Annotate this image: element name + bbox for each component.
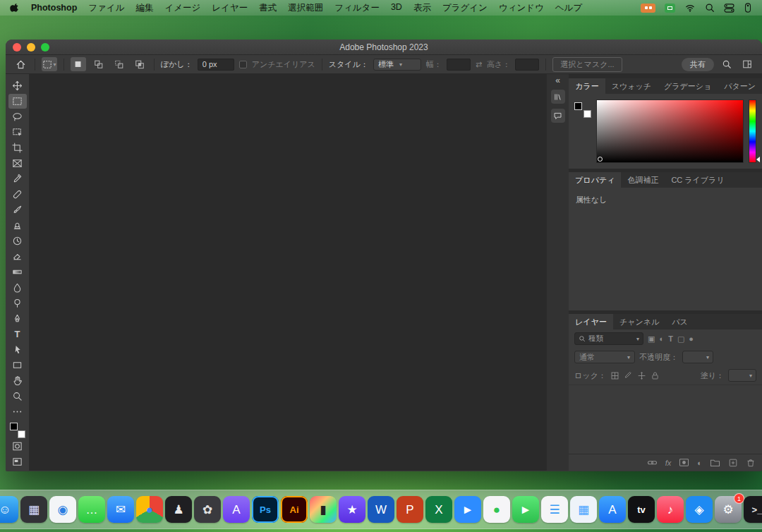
menu-item[interactable]: プラグイン xyxy=(442,2,488,14)
swap-dimensions-icon[interactable]: ⇄ xyxy=(476,60,482,69)
dock-item-word[interactable]: W xyxy=(368,496,394,523)
dock-item-system-settings[interactable]: ⚙1 xyxy=(715,496,742,523)
home-button[interactable] xyxy=(13,57,28,71)
dock-item-list-app[interactable]: ☰ xyxy=(541,496,568,523)
menu-item[interactable]: ウィンドウ xyxy=(499,2,544,14)
blend-mode-select[interactable]: 通常▾ xyxy=(574,351,635,363)
spotlight-icon[interactable] xyxy=(705,3,715,13)
panel-background-swatch[interactable] xyxy=(583,110,591,118)
path-selection-tool[interactable] xyxy=(8,342,27,357)
background-color-swatch[interactable] xyxy=(18,430,25,438)
spot-healing-brush-tool[interactable] xyxy=(8,187,27,202)
dock-item-developer-app-blue[interactable]: ◈ xyxy=(686,496,713,523)
quick-mask-button[interactable] xyxy=(8,439,27,454)
screen-mode-button[interactable] xyxy=(8,454,27,469)
dock-item-illustrator[interactable]: Ai xyxy=(281,496,308,523)
add-to-selection-button[interactable] xyxy=(91,57,107,71)
lock-all-icon[interactable] xyxy=(651,371,660,380)
search-icon[interactable] xyxy=(719,57,734,71)
tab-gradients[interactable]: グラデーショ xyxy=(658,78,718,94)
crop-tool[interactable] xyxy=(8,140,27,155)
wifi-icon[interactable] xyxy=(684,3,696,13)
dock-item-app-store[interactable]: A xyxy=(599,496,626,523)
share-button[interactable]: 共有 xyxy=(682,58,714,71)
menu-item[interactable]: イメージ xyxy=(164,2,200,14)
lock-pixels-icon[interactable] xyxy=(624,371,633,380)
new-group-icon[interactable] xyxy=(710,458,720,467)
adjustment-layer-filter-icon[interactable]: ◐ xyxy=(660,334,665,343)
rectangle-tool[interactable] xyxy=(8,358,27,373)
brush-tool[interactable] xyxy=(8,202,27,217)
color-picker-dot[interactable] xyxy=(598,157,603,162)
panel-color-swatches[interactable] xyxy=(574,102,591,118)
move-tool[interactable] xyxy=(8,78,27,93)
tab-cc-libraries[interactable]: CC ライブラリ xyxy=(665,172,730,188)
link-layers-icon[interactable] xyxy=(647,458,658,467)
delete-layer-icon[interactable] xyxy=(746,458,756,467)
widget-orange-icon[interactable] xyxy=(641,4,655,13)
dock-item-messages[interactable]: … xyxy=(78,496,105,523)
foreground-color-swatch[interactable] xyxy=(10,423,18,430)
dock-item-purple-a-app[interactable]: A xyxy=(223,496,250,523)
control-center-icon[interactable] xyxy=(724,4,734,13)
frame-tool[interactable] xyxy=(8,156,27,171)
select-and-mask-button[interactable]: 選択とマスク... xyxy=(552,57,622,72)
dock-item-final-cut-pro[interactable]: ▮ xyxy=(310,496,337,523)
height-input[interactable] xyxy=(515,59,539,71)
dock-item-excel[interactable]: X xyxy=(425,496,452,523)
dock-item-mail[interactable]: ✉ xyxy=(107,496,134,523)
dock-item-grid-app[interactable]: ▦ xyxy=(570,496,597,523)
smart-object-filter-icon[interactable]: ● xyxy=(689,334,694,343)
minimize-button[interactable] xyxy=(27,43,35,52)
dock-item-photoshop[interactable]: Ps xyxy=(252,496,279,523)
layer-list[interactable] xyxy=(569,385,762,454)
menu-item[interactable]: 3D xyxy=(391,2,402,14)
tab-paths[interactable]: パス xyxy=(665,314,694,330)
lock-transparency-icon[interactable] xyxy=(610,371,619,380)
saturation-brightness-field[interactable] xyxy=(596,99,744,163)
tab-color[interactable]: カラー xyxy=(569,78,605,94)
blur-tool[interactable] xyxy=(8,280,27,295)
dock-item-powerpoint[interactable]: P xyxy=(397,496,423,523)
pixel-layer-filter-icon[interactable]: ▣ xyxy=(648,334,655,344)
foreground-background-colors[interactable] xyxy=(10,423,25,438)
layer-style-icon[interactable]: fx xyxy=(665,459,672,467)
zoom-tool[interactable] xyxy=(8,389,27,404)
tab-channels[interactable]: チャンネル xyxy=(613,314,665,330)
menu-item[interactable]: 書式 xyxy=(259,2,277,14)
dock-item-apple-tv[interactable]: tv xyxy=(628,496,655,523)
menu-item[interactable]: ヘルプ xyxy=(555,2,582,14)
tab-properties[interactable]: プロパティ xyxy=(569,172,621,188)
panel-foreground-swatch[interactable] xyxy=(574,102,582,110)
style-select[interactable]: 標準▾ xyxy=(373,59,421,71)
dock-item-video-app-blue[interactable]: ► xyxy=(454,496,481,523)
subtract-from-selection-button[interactable] xyxy=(111,57,127,71)
collapse-panels-button[interactable]: « xyxy=(555,76,560,85)
history-brush-tool[interactable] xyxy=(8,234,27,248)
width-input[interactable] xyxy=(447,59,471,71)
active-app-menu[interactable]: Photoshop xyxy=(31,3,77,13)
libraries-panel-icon[interactable] xyxy=(551,90,565,104)
lasso-tool[interactable] xyxy=(8,109,27,124)
eyedropper-tool[interactable] xyxy=(8,171,27,186)
opacity-input[interactable]: ▾ xyxy=(682,351,713,363)
menu-item[interactable]: フィルター xyxy=(334,2,380,14)
tab-layers[interactable]: レイヤー xyxy=(569,314,613,330)
layer-mask-icon[interactable] xyxy=(679,458,689,467)
new-layer-icon[interactable] xyxy=(728,458,738,467)
dodge-tool[interactable] xyxy=(8,296,27,310)
menu-item[interactable]: 編集 xyxy=(135,2,153,14)
edit-toolbar-button[interactable] xyxy=(8,404,27,419)
widget-green-icon[interactable] xyxy=(665,4,675,13)
menu-item[interactable]: 表示 xyxy=(413,2,431,14)
tab-patterns[interactable]: パターン xyxy=(718,78,762,94)
dock-item-facetime[interactable]: ► xyxy=(512,496,539,523)
new-selection-button[interactable] xyxy=(71,57,86,71)
pen-tool[interactable] xyxy=(8,311,27,326)
apple-menu[interactable] xyxy=(10,3,20,13)
tab-swatches[interactable]: スウォッチ xyxy=(605,78,658,94)
hand-tool[interactable] xyxy=(8,373,27,388)
dock-item-dark-figure-app[interactable]: ♟ xyxy=(165,496,192,523)
menu-item[interactable]: 選択範囲 xyxy=(288,2,323,14)
feather-input[interactable]: 0 px xyxy=(198,59,234,71)
